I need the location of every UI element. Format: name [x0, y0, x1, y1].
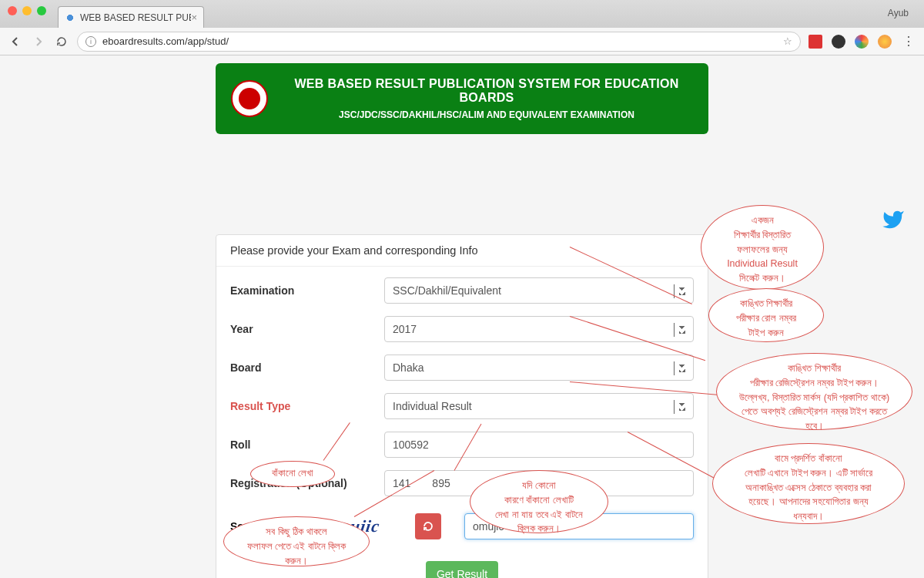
favicon-icon: [65, 12, 75, 23]
result-type-label: Result Type: [230, 400, 384, 412]
browser-tab-bar: WEB BASED RESULT PUBLICA × Ayub: [0, 0, 924, 28]
annotation-registration: কাঙ্খিত শিক্ষার্থীরপরীক্ষার রেজিস্ট্রেশন…: [716, 353, 912, 430]
url-text: eboardresults.com/app/stud/: [102, 35, 229, 47]
back-button[interactable]: [8, 34, 23, 49]
maximize-window-button[interactable]: [37, 6, 46, 15]
forward-button[interactable]: [31, 34, 46, 49]
govt-logo-icon: [231, 80, 268, 117]
extension-icon[interactable]: [855, 35, 869, 49]
tab-title: WEB BASED RESULT PUBLICA: [80, 12, 191, 23]
roll-label: Roll: [230, 439, 384, 451]
get-result-button[interactable]: Get Result: [426, 561, 498, 578]
board-select[interactable]: Dhaka: [384, 355, 694, 381]
annotation-roll: কাঙ্খিত শিক্ষার্থীরপরীক্ষার রোল নম্বরটাই…: [708, 288, 824, 342]
browser-tab[interactable]: WEB BASED RESULT PUBLICA ×: [58, 6, 204, 28]
extension-icons: ⋮: [808, 34, 916, 49]
window-controls: [8, 6, 46, 15]
annotation-refresh: যদি কোনোকারণে বাঁকানো লেখাটিদেখা না যায়…: [470, 470, 608, 533]
annotation-submit: সব কিছু ঠিক থাকলেফলাফল পেতে এই বাটনে ক্ল…: [223, 516, 370, 566]
extension-icon[interactable]: [808, 35, 822, 49]
refresh-icon: [422, 520, 434, 533]
site-info-icon[interactable]: i: [85, 36, 96, 47]
tab-close-icon[interactable]: ×: [191, 12, 197, 23]
extension-icon[interactable]: [832, 35, 845, 49]
annotation-individual-result: একজনশিক্ষার্থীর বিস্তারিতফলাফলের জন্যInd…: [701, 205, 824, 290]
browser-profile-label[interactable]: Ayub: [888, 8, 909, 18]
roll-input[interactable]: [384, 432, 694, 458]
close-window-button[interactable]: [8, 6, 17, 15]
annotation-captcha-text: বাঁকানো লেখা: [250, 461, 335, 487]
result-type-select[interactable]: Individual Result: [384, 393, 694, 419]
board-label: Board: [230, 361, 384, 374]
page-header: WEB BASED RESULT PUBLICATION SYSTEM FOR …: [216, 63, 708, 134]
page-title: WEB BASED RESULT PUBLICATION SYSTEM FOR …: [280, 77, 693, 105]
captcha-refresh-button[interactable]: [415, 513, 441, 539]
extension-icon[interactable]: [878, 35, 892, 49]
twitter-share-icon[interactable]: [879, 208, 907, 234]
browser-toolbar: i eboardresults.com/app/stud/ ☆ ⋮: [0, 28, 924, 55]
page-subtitle: JSC/JDC/SSC/DAKHIL/HSC/ALIM AND EQUIVALE…: [280, 109, 693, 120]
examination-label: Examination: [230, 284, 384, 297]
year-label: Year: [230, 323, 384, 335]
bookmark-star-icon[interactable]: ☆: [783, 35, 792, 47]
browser-menu-icon[interactable]: ⋮: [901, 34, 916, 49]
year-select[interactable]: 2017: [384, 316, 694, 342]
reload-button[interactable]: [54, 34, 69, 49]
address-bar[interactable]: i eboardresults.com/app/stud/ ☆: [77, 32, 801, 52]
examination-select[interactable]: SSC/Dakhil/Equivalent: [384, 277, 694, 304]
panel-heading: Please provide your Exam and correspondi…: [216, 235, 708, 267]
annotation-security-key: বামে প্রদর্শিত বাঁকানোলেখাটি এখানে টাইপ …: [712, 443, 905, 524]
minimize-window-button[interactable]: [22, 6, 32, 15]
